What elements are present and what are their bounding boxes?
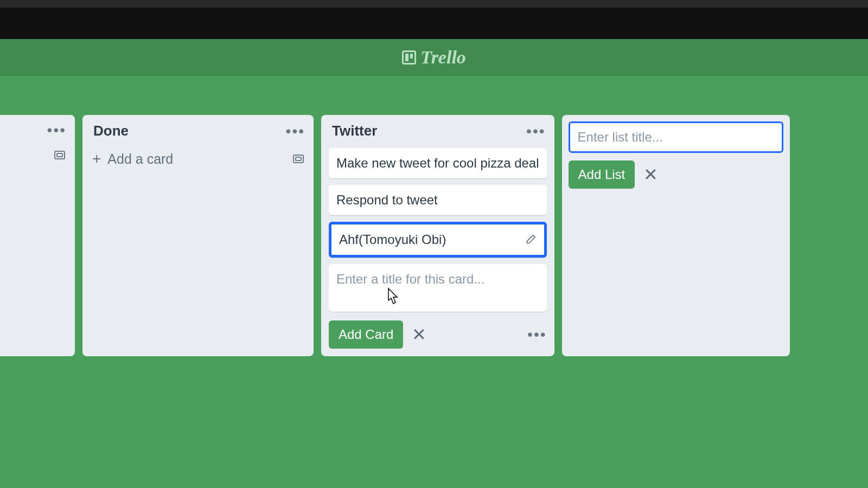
add-list-button[interactable]: Add List bbox=[569, 160, 635, 189]
plus-icon: + bbox=[92, 150, 101, 168]
add-card-button[interactable]: Add Card bbox=[329, 320, 403, 349]
card-title: Ahf(Tomoyuki Obi) bbox=[339, 232, 446, 247]
list-menu-icon[interactable]: ••• bbox=[286, 124, 305, 139]
list-title[interactable]: Twitter bbox=[332, 123, 377, 139]
browser-tab-strip bbox=[0, 0, 868, 8]
card[interactable]: Make new tweet for cool pizza deal bbox=[329, 148, 547, 178]
svg-rect-0 bbox=[55, 151, 65, 159]
list-partial[interactable]: ••• bbox=[0, 115, 75, 356]
list-header: Twitter ••• bbox=[329, 123, 547, 142]
lists-row: ••• Done ••• + Add a card bbox=[0, 115, 790, 356]
composer-menu-icon[interactable]: ••• bbox=[527, 327, 546, 342]
list-twitter[interactable]: Twitter ••• Make new tweet for cool pizz… bbox=[321, 115, 554, 356]
list-header: Done ••• bbox=[90, 123, 306, 142]
card-highlighted[interactable]: Ahf(Tomoyuki Obi) bbox=[329, 222, 547, 258]
add-card-label: Add a card bbox=[107, 151, 173, 167]
list-menu-icon[interactable]: ••• bbox=[47, 123, 66, 138]
list-title-input[interactable] bbox=[569, 121, 783, 153]
card-template-icon[interactable] bbox=[53, 149, 66, 162]
board: Trello ••• Done ••• bbox=[0, 39, 868, 488]
svg-rect-3 bbox=[296, 157, 301, 160]
svg-rect-1 bbox=[57, 153, 62, 157]
add-card-row[interactable]: + Add a card bbox=[90, 148, 306, 168]
trello-logo-text: Trello bbox=[420, 47, 466, 68]
close-icon[interactable]: ✕ bbox=[643, 164, 658, 185]
close-icon[interactable]: ✕ bbox=[412, 324, 426, 345]
list-menu-icon[interactable]: ••• bbox=[526, 124, 545, 139]
pencil-icon[interactable] bbox=[525, 234, 537, 246]
card-composer[interactable]: Enter a title for this card... bbox=[329, 264, 547, 312]
add-list-actions: Add List ✕ bbox=[569, 160, 783, 189]
top-bar: Trello bbox=[0, 39, 868, 76]
list-done[interactable]: Done ••• + Add a card bbox=[82, 115, 314, 356]
card[interactable]: Respond to tweet bbox=[329, 185, 547, 215]
browser-toolbar bbox=[0, 8, 868, 39]
list-footer bbox=[0, 146, 67, 162]
add-list-composer[interactable]: Add List ✕ bbox=[562, 115, 790, 356]
svg-rect-2 bbox=[293, 155, 303, 163]
card-template-icon[interactable] bbox=[292, 152, 305, 165]
trello-logo[interactable]: Trello bbox=[402, 47, 466, 68]
list-header: ••• bbox=[0, 123, 67, 140]
list-title[interactable]: Done bbox=[93, 123, 129, 139]
trello-logo-icon bbox=[402, 50, 416, 65]
composer-actions: Add Card ✕ ••• bbox=[329, 320, 547, 349]
